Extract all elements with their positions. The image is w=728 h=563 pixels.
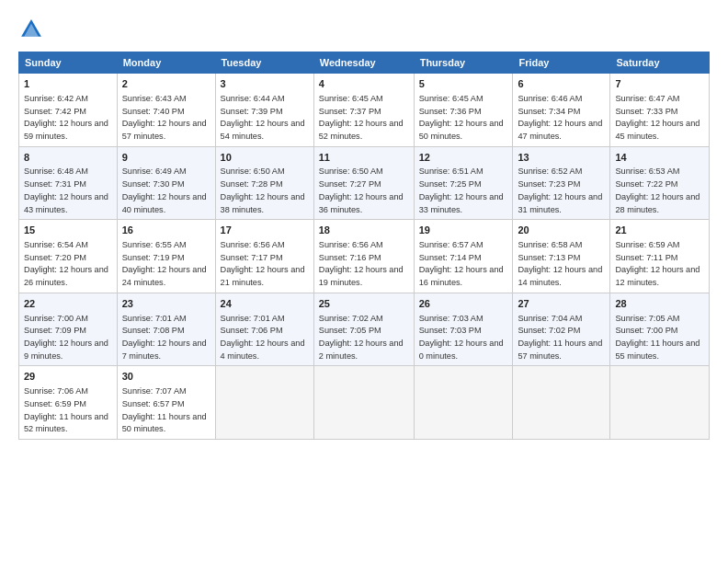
day-number: 10 (221, 151, 309, 165)
calendar-day-cell (414, 366, 513, 440)
day-number: 21 (615, 224, 704, 237)
day-number: 13 (518, 151, 605, 165)
day-number: 8 (24, 151, 112, 165)
logo (18, 17, 48, 42)
day-of-week-header: Tuesday (215, 52, 313, 74)
day-of-week-header: Saturday (610, 52, 710, 74)
calendar-day-cell: 3Sunrise: 6:44 AMSunset: 7:39 PMDaylight… (215, 74, 313, 147)
day-number: 16 (122, 224, 210, 237)
day-detail: Sunrise: 6:56 AMSunset: 7:17 PMDaylight:… (221, 240, 305, 287)
day-detail: Sunrise: 7:04 AMSunset: 7:02 PMDaylight:… (518, 314, 602, 361)
day-detail: Sunrise: 6:59 AMSunset: 7:11 PMDaylight:… (615, 240, 700, 287)
header (18, 17, 710, 42)
calendar-day-cell (610, 366, 710, 440)
calendar-week-row: 22Sunrise: 7:00 AMSunset: 7:09 PMDayligh… (19, 293, 710, 366)
day-number: 22 (24, 297, 112, 311)
day-number: 14 (615, 151, 704, 165)
day-detail: Sunrise: 6:56 AMSunset: 7:16 PMDaylight:… (319, 240, 404, 287)
day-detail: Sunrise: 7:00 AMSunset: 7:09 PMDaylight:… (24, 314, 108, 361)
calendar-day-cell: 20Sunrise: 6:58 AMSunset: 7:13 PMDayligh… (513, 220, 610, 293)
calendar-day-cell: 30Sunrise: 7:07 AMSunset: 6:57 PMDayligh… (117, 366, 215, 440)
day-detail: Sunrise: 6:54 AMSunset: 7:20 PMDaylight:… (24, 240, 108, 287)
days-of-week-row: SundayMondayTuesdayWednesdayThursdayFrid… (19, 52, 710, 74)
day-of-week-header: Friday (513, 52, 610, 74)
calendar-day-cell: 12Sunrise: 6:51 AMSunset: 7:25 PMDayligh… (414, 146, 513, 220)
calendar-week-row: 1Sunrise: 6:42 AMSunset: 7:42 PMDaylight… (19, 74, 710, 147)
calendar-day-cell: 24Sunrise: 7:01 AMSunset: 7:06 PMDayligh… (215, 293, 313, 366)
day-detail: Sunrise: 7:01 AMSunset: 7:08 PMDaylight:… (122, 314, 207, 361)
day-detail: Sunrise: 6:51 AMSunset: 7:25 PMDaylight:… (419, 167, 504, 213)
day-detail: Sunrise: 6:47 AMSunset: 7:33 PMDaylight:… (615, 94, 700, 141)
calendar-day-cell: 1Sunrise: 6:42 AMSunset: 7:42 PMDaylight… (19, 74, 118, 147)
calendar-day-cell (513, 366, 610, 440)
day-detail: Sunrise: 6:46 AMSunset: 7:34 PMDaylight:… (518, 94, 602, 141)
calendar-day-cell: 19Sunrise: 6:57 AMSunset: 7:14 PMDayligh… (414, 220, 513, 293)
day-number: 26 (419, 297, 508, 311)
day-detail: Sunrise: 6:53 AMSunset: 7:22 PMDaylight:… (615, 167, 700, 213)
day-detail: Sunrise: 6:50 AMSunset: 7:28 PMDaylight:… (221, 167, 305, 213)
calendar-page: SundayMondayTuesdayWednesdayThursdayFrid… (0, 0, 728, 563)
day-detail: Sunrise: 6:45 AMSunset: 7:36 PMDaylight:… (419, 94, 504, 141)
calendar-day-cell: 14Sunrise: 6:53 AMSunset: 7:22 PMDayligh… (610, 146, 710, 220)
day-detail: Sunrise: 6:55 AMSunset: 7:19 PMDaylight:… (122, 240, 207, 287)
day-detail: Sunrise: 6:44 AMSunset: 7:39 PMDaylight:… (221, 94, 305, 141)
day-number: 28 (615, 297, 704, 311)
calendar-day-cell (313, 366, 414, 440)
day-number: 23 (122, 297, 210, 311)
calendar-day-cell: 11Sunrise: 6:50 AMSunset: 7:27 PMDayligh… (313, 146, 414, 220)
calendar-day-cell: 9Sunrise: 6:49 AMSunset: 7:30 PMDaylight… (117, 146, 215, 220)
calendar-day-cell: 26Sunrise: 7:03 AMSunset: 7:03 PMDayligh… (414, 293, 513, 366)
calendar-week-row: 29Sunrise: 7:06 AMSunset: 6:59 PMDayligh… (19, 366, 710, 440)
day-number: 11 (319, 151, 409, 165)
day-detail: Sunrise: 6:48 AMSunset: 7:31 PMDaylight:… (24, 167, 108, 213)
day-number: 7 (615, 77, 704, 91)
day-detail: Sunrise: 7:07 AMSunset: 6:57 PMDaylight:… (122, 386, 207, 433)
day-of-week-header: Sunday (19, 52, 118, 74)
calendar-day-cell (215, 366, 313, 440)
calendar-day-cell: 15Sunrise: 6:54 AMSunset: 7:20 PMDayligh… (19, 220, 118, 293)
day-detail: Sunrise: 6:45 AMSunset: 7:37 PMDaylight:… (319, 94, 404, 141)
calendar-day-cell: 27Sunrise: 7:04 AMSunset: 7:02 PMDayligh… (513, 293, 610, 366)
day-detail: Sunrise: 6:43 AMSunset: 7:40 PMDaylight:… (122, 94, 207, 141)
day-of-week-header: Thursday (414, 52, 513, 74)
day-detail: Sunrise: 6:50 AMSunset: 7:27 PMDaylight:… (319, 167, 404, 213)
day-detail: Sunrise: 6:52 AMSunset: 7:23 PMDaylight:… (518, 167, 602, 213)
calendar-day-cell: 6Sunrise: 6:46 AMSunset: 7:34 PMDaylight… (513, 74, 610, 147)
day-number: 3 (221, 77, 309, 91)
calendar-body: 1Sunrise: 6:42 AMSunset: 7:42 PMDaylight… (19, 74, 710, 440)
day-of-week-header: Wednesday (313, 52, 414, 74)
calendar-day-cell: 5Sunrise: 6:45 AMSunset: 7:36 PMDaylight… (414, 74, 513, 147)
calendar-day-cell: 17Sunrise: 6:56 AMSunset: 7:17 PMDayligh… (215, 220, 313, 293)
day-of-week-header: Monday (117, 52, 215, 74)
day-detail: Sunrise: 6:58 AMSunset: 7:13 PMDaylight:… (518, 240, 602, 287)
calendar-day-cell: 25Sunrise: 7:02 AMSunset: 7:05 PMDayligh… (313, 293, 414, 366)
day-detail: Sunrise: 6:57 AMSunset: 7:14 PMDaylight:… (419, 240, 504, 287)
calendar-day-cell: 21Sunrise: 6:59 AMSunset: 7:11 PMDayligh… (610, 220, 710, 293)
day-number: 30 (122, 370, 210, 384)
calendar-week-row: 8Sunrise: 6:48 AMSunset: 7:31 PMDaylight… (19, 146, 710, 220)
day-detail: Sunrise: 6:42 AMSunset: 7:42 PMDaylight:… (24, 94, 108, 141)
day-number: 4 (319, 77, 409, 91)
day-number: 15 (24, 224, 112, 237)
calendar-day-cell: 16Sunrise: 6:55 AMSunset: 7:19 PMDayligh… (117, 220, 215, 293)
day-number: 12 (419, 151, 508, 165)
calendar-day-cell: 29Sunrise: 7:06 AMSunset: 6:59 PMDayligh… (19, 366, 118, 440)
calendar-day-cell: 7Sunrise: 6:47 AMSunset: 7:33 PMDaylight… (610, 74, 710, 147)
day-number: 6 (518, 77, 605, 91)
day-number: 9 (122, 151, 210, 165)
calendar-day-cell: 8Sunrise: 6:48 AMSunset: 7:31 PMDaylight… (19, 146, 118, 220)
calendar-day-cell: 22Sunrise: 7:00 AMSunset: 7:09 PMDayligh… (19, 293, 118, 366)
day-detail: Sunrise: 7:02 AMSunset: 7:05 PMDaylight:… (319, 314, 404, 361)
calendar-day-cell: 28Sunrise: 7:05 AMSunset: 7:00 PMDayligh… (610, 293, 710, 366)
calendar-week-row: 15Sunrise: 6:54 AMSunset: 7:20 PMDayligh… (19, 220, 710, 293)
day-number: 1 (24, 77, 112, 91)
calendar-table: SundayMondayTuesdayWednesdayThursdayFrid… (18, 52, 710, 440)
day-detail: Sunrise: 6:49 AMSunset: 7:30 PMDaylight:… (122, 167, 207, 213)
day-number: 27 (518, 297, 605, 311)
calendar-day-cell: 13Sunrise: 6:52 AMSunset: 7:23 PMDayligh… (513, 146, 610, 220)
calendar-day-cell: 10Sunrise: 6:50 AMSunset: 7:28 PMDayligh… (215, 146, 313, 220)
day-number: 25 (319, 297, 409, 311)
day-number: 29 (24, 370, 112, 384)
day-detail: Sunrise: 7:03 AMSunset: 7:03 PMDaylight:… (419, 314, 504, 361)
calendar-day-cell: 23Sunrise: 7:01 AMSunset: 7:08 PMDayligh… (117, 293, 215, 366)
